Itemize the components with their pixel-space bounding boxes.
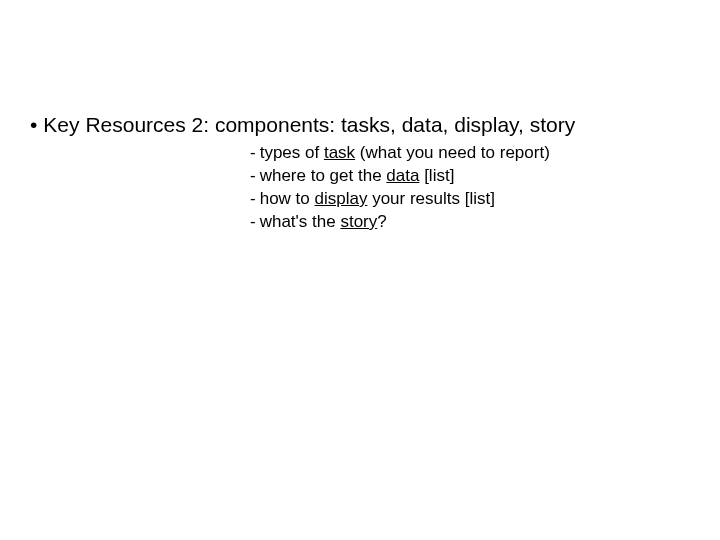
- list-item: -what's the story?: [250, 211, 550, 234]
- sub-underline: story: [340, 212, 377, 231]
- sub-pre: what's the: [260, 212, 341, 231]
- list-item: -where to get the data [list]: [250, 165, 550, 188]
- dash-icon: -: [250, 166, 256, 185]
- sub-underline: data: [386, 166, 419, 185]
- bullet-dot-icon: •: [30, 112, 37, 137]
- main-bullet: •Key Resources 2: components: tasks, dat…: [30, 112, 575, 137]
- dash-icon: -: [250, 143, 256, 162]
- sub-list: -types of task (what you need to report)…: [250, 142, 550, 234]
- sub-underline: display: [314, 189, 367, 208]
- main-bullet-text: Key Resources 2: components: tasks, data…: [43, 113, 575, 136]
- dash-icon: -: [250, 189, 256, 208]
- sub-pre: types of: [260, 143, 324, 162]
- dash-icon: -: [250, 212, 256, 231]
- slide: •Key Resources 2: components: tasks, dat…: [0, 0, 720, 540]
- list-item: -how to display your results [list]: [250, 188, 550, 211]
- sub-post: ?: [377, 212, 386, 231]
- sub-post: your results [list]: [367, 189, 495, 208]
- sub-post: (what you need to report): [355, 143, 550, 162]
- list-item: -types of task (what you need to report): [250, 142, 550, 165]
- sub-post: [list]: [419, 166, 454, 185]
- sub-pre: how to: [260, 189, 315, 208]
- sub-pre: where to get the: [260, 166, 387, 185]
- sub-underline: task: [324, 143, 355, 162]
